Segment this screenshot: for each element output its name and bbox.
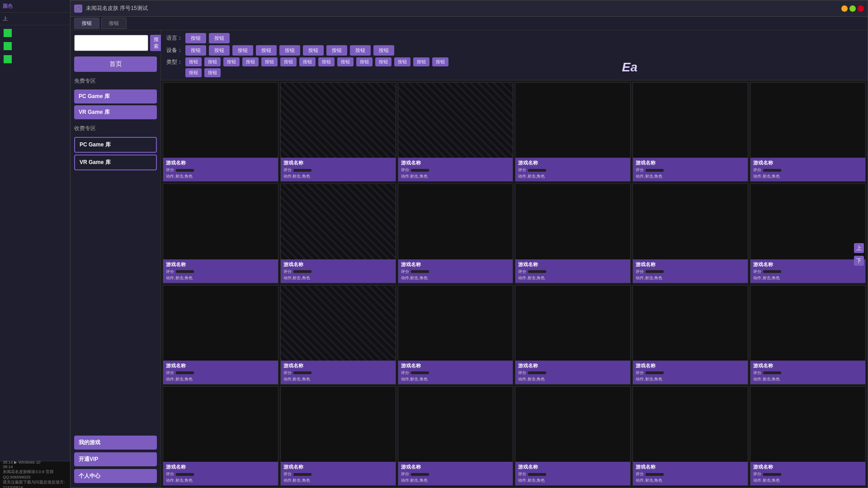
- game-card[interactable]: 游戏名称评分动作,射击,角色: [280, 285, 396, 385]
- free-pc-button[interactable]: PC Game 库: [74, 89, 157, 103]
- game-card[interactable]: 游戏名称评分动作,射击,角色: [280, 183, 396, 283]
- game-card[interactable]: 游戏名称评分动作,射击,角色: [632, 285, 748, 385]
- type-btn-extra-1[interactable]: 按钮: [204, 68, 221, 77]
- vip-button[interactable]: 开通VIP: [74, 452, 157, 466]
- type-btn-5[interactable]: 按钮: [280, 57, 297, 66]
- window-controls[interactable]: [841, 5, 864, 12]
- device-filter-row: 设备： 按钮 按钮 按钮 按钮 按钮 按钮 按钮 按钮 按钮: [166, 45, 862, 56]
- game-card[interactable]: 游戏名称评分动作,射击,角色: [398, 386, 514, 486]
- game-card-title: 游戏名称: [166, 160, 275, 166]
- game-card[interactable]: 游戏名称评分动作,射击,角色: [515, 183, 631, 283]
- dev-btn-4[interactable]: 按钮: [279, 45, 300, 56]
- type-btn-7[interactable]: 按钮: [318, 57, 335, 66]
- game-card-tags: 动作,射击,角色: [753, 275, 863, 281]
- game-card[interactable]: 游戏名称评分动作,射击,角色: [163, 386, 278, 486]
- type-btn-extra-0[interactable]: 按钮: [185, 68, 202, 77]
- dev-btn-8[interactable]: 按钮: [373, 45, 394, 56]
- search-input[interactable]: [74, 35, 148, 51]
- game-card[interactable]: 游戏名称评分动作,射击,角色: [398, 82, 514, 182]
- maximize-button[interactable]: [849, 5, 856, 12]
- app-window: 🎮 未闻花名皮肤 序号15测试 按钮 按钮 搜索 首页: [70, 0, 868, 488]
- game-card-rating-bar: [528, 169, 546, 172]
- game-card-image: [281, 83, 396, 158]
- dev-btn-5[interactable]: 按钮: [303, 45, 324, 56]
- game-card-title: 游戏名称: [401, 362, 510, 369]
- game-card[interactable]: 游戏名称评分动作,射击,角色: [632, 82, 748, 182]
- dev-btn-0[interactable]: 按钮: [185, 45, 206, 56]
- game-card-rating-label: 评分: [401, 471, 409, 477]
- close-button[interactable]: [858, 5, 864, 12]
- game-card-rating-bar: [293, 371, 311, 374]
- game-card-rating-bar: [528, 473, 546, 476]
- type-btn-12[interactable]: 按钮: [413, 57, 429, 66]
- game-card-title: 游戏名称: [283, 160, 393, 166]
- tab-2[interactable]: 按钮: [101, 18, 127, 29]
- game-card[interactable]: 游戏名称评分动作,射击,角色: [163, 183, 278, 283]
- game-card-rating-label: 评分: [518, 167, 526, 173]
- game-card-tags: 动作,射击,角色: [636, 174, 745, 179]
- game-card-rating-bar: [646, 371, 664, 374]
- dev-btn-1[interactable]: 按钮: [209, 45, 230, 56]
- dev-btn-6[interactable]: 按钮: [326, 45, 347, 56]
- type-btn-10[interactable]: 按钮: [375, 57, 392, 66]
- game-card[interactable]: 游戏名称评分动作,射击,角色: [750, 285, 866, 385]
- profile-button[interactable]: 个人中心: [74, 469, 157, 483]
- type-btn-0[interactable]: 按钮: [185, 57, 202, 66]
- game-card[interactable]: 游戏名称评分动作,射击,角色: [750, 386, 866, 486]
- game-card[interactable]: 游戏名称评分动作,射击,角色: [750, 183, 866, 283]
- game-grid: 游戏名称评分动作,射击,角色游戏名称评分动作,射击,角色游戏名称评分动作,射击,…: [163, 82, 866, 486]
- game-card[interactable]: 游戏名称评分动作,射击,角色: [632, 386, 748, 486]
- type-btn-1[interactable]: 按钮: [204, 57, 221, 66]
- game-card-tags: 动作,射击,角色: [518, 275, 627, 281]
- game-card[interactable]: 游戏名称评分动作,射击,角色: [280, 82, 396, 182]
- free-vr-button[interactable]: VR Game 库: [74, 105, 157, 119]
- game-card[interactable]: 游戏名称评分动作,射击,角色: [632, 183, 748, 283]
- desktop-item-1: 颜色: [0, 0, 72, 13]
- game-card[interactable]: 游戏名称评分动作,射击,角色: [163, 82, 278, 182]
- game-card[interactable]: 游戏名称评分动作,射击,角色: [398, 285, 514, 385]
- type-btn-3[interactable]: 按钮: [242, 57, 259, 66]
- tab-1[interactable]: 按钮: [74, 18, 99, 29]
- game-card[interactable]: 游戏名称评分动作,射击,角色: [750, 82, 866, 182]
- dev-btn-7[interactable]: 按钮: [350, 45, 371, 56]
- game-card-tags: 动作,射击,角色: [283, 275, 393, 281]
- game-card-rating-bar: [528, 270, 546, 273]
- lang-btn-0[interactable]: 按钮: [185, 33, 206, 43]
- game-card[interactable]: 游戏名称评分动作,射击,角色: [515, 386, 631, 486]
- dev-btn-3[interactable]: 按钮: [256, 45, 277, 56]
- game-card-rating-label: 评分: [166, 167, 174, 173]
- search-button[interactable]: 搜索: [150, 35, 162, 51]
- game-card-title: 游戏名称: [166, 362, 275, 369]
- dev-btn-2[interactable]: 按钮: [232, 45, 253, 56]
- type-btn-4[interactable]: 按钮: [261, 57, 278, 66]
- type-btn-13[interactable]: 按钮: [432, 57, 448, 66]
- type-btn-6[interactable]: 按钮: [299, 57, 316, 66]
- lang-btn-1[interactable]: 按钮: [209, 33, 230, 43]
- type-btn-8[interactable]: 按钮: [337, 57, 354, 66]
- scroll-down-button[interactable]: 下: [854, 256, 864, 266]
- game-card-tags: 动作,射击,角色: [636, 275, 745, 281]
- type-btn-9[interactable]: 按钮: [356, 57, 373, 66]
- game-card-tags: 动作,射击,角色: [283, 174, 393, 179]
- paid-vr-button[interactable]: VR Game 库: [74, 155, 157, 170]
- game-card-image: [163, 286, 278, 361]
- title-bar-left: 🎮 未闻花名皮肤 序号15测试: [74, 5, 148, 13]
- desktop-left-panel: 颜色 上 38:14 ▶ Windows 10 38:14 未闻花名皮肤模块3.…: [0, 0, 72, 488]
- game-card[interactable]: 游戏名称评分动作,射击,角色: [515, 82, 631, 182]
- green-indicator-3: [4, 55, 12, 63]
- game-card-image: [398, 184, 513, 259]
- game-card-title: 游戏名称: [401, 261, 510, 268]
- my-games-button[interactable]: 我的游戏: [74, 436, 157, 450]
- type-btn-2[interactable]: 按钮: [223, 57, 240, 66]
- game-card-image: [163, 83, 278, 158]
- game-card[interactable]: 游戏名称评分动作,射击,角色: [398, 183, 514, 283]
- home-button[interactable]: 首页: [74, 56, 157, 72]
- scroll-up-button[interactable]: 上: [854, 243, 864, 253]
- type-btn-11[interactable]: 按钮: [394, 57, 410, 66]
- game-card-rating-label: 评分: [283, 471, 292, 477]
- minimize-button[interactable]: [841, 5, 848, 12]
- game-card[interactable]: 游戏名称评分动作,射击,角色: [163, 285, 278, 385]
- game-card[interactable]: 游戏名称评分动作,射击,角色: [280, 386, 396, 486]
- game-card[interactable]: 游戏名称评分动作,射击,角色: [515, 285, 631, 385]
- paid-pc-button[interactable]: PC Game 库: [74, 137, 157, 153]
